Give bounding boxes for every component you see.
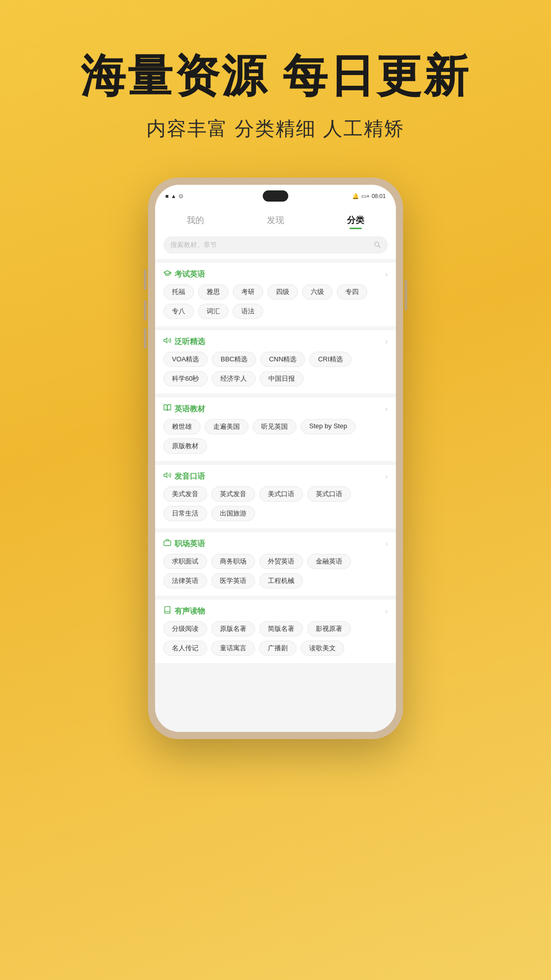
scroll-area[interactable]: 考试英语 › 托福雅思考研四级六级专四专八词汇语法 泛听精选 › VOA精选BB…	[155, 259, 396, 732]
tag[interactable]: 六级	[302, 284, 333, 300]
tag[interactable]: 听见英国	[253, 419, 296, 434]
tag[interactable]: 托福	[163, 284, 194, 300]
tag[interactable]: 原版教材	[163, 438, 207, 454]
tag[interactable]: 医学英语	[211, 573, 255, 589]
tag[interactable]: CRI精选	[309, 352, 351, 367]
tag[interactable]: VOA精选	[163, 352, 208, 367]
status-bar: ■ ▲ ⊙ 🔔 ▭+ 08:01	[155, 185, 396, 207]
time-display: 08:01	[371, 193, 386, 199]
tag[interactable]: 广播剧	[259, 641, 296, 656]
data-icon: ⊙	[179, 193, 183, 200]
tag[interactable]: 英式发音	[211, 486, 255, 502]
tag[interactable]: 童话寓言	[211, 641, 255, 656]
tag[interactable]: 中国日报	[260, 371, 304, 386]
tag[interactable]: 词汇	[198, 304, 229, 319]
section-arrow[interactable]: ›	[385, 270, 388, 278]
tag[interactable]: 走遍美国	[205, 419, 248, 434]
section-icon	[163, 404, 171, 414]
section-icon	[163, 538, 171, 549]
mute-icon: 🔔	[352, 193, 359, 200]
section-title: 发音口语	[174, 472, 205, 481]
section-arrow[interactable]: ›	[385, 405, 388, 413]
category-section-general-listening: 泛听精选 › VOA精选BBC精选CNN精选CRI精选科学60秒经济学人中国日报	[155, 330, 396, 394]
tag[interactable]: 读歌美文	[300, 641, 344, 656]
tag[interactable]: Step by Step	[300, 419, 356, 434]
tag[interactable]: 分级阅读	[163, 621, 207, 636]
tag[interactable]: 赖世雄	[163, 419, 201, 434]
statusbar-right: 🔔 ▭+ 08:01	[352, 193, 386, 200]
tag[interactable]: 简版名著	[259, 621, 303, 636]
phone-mockup: ■ ▲ ⊙ 🔔 ▭+ 08:01 我的 发现 分类 搜索教材、章节	[148, 178, 403, 739]
category-section-workplace-english: 职场英语 › 求职面试商务职场外贸英语金融英语法律英语医学英语工程机械	[155, 532, 396, 596]
tag[interactable]: 工程机械	[259, 573, 303, 589]
nav-tab-mine[interactable]: 我的	[181, 212, 210, 228]
nav-tab-discover[interactable]: 发现	[261, 212, 290, 228]
side-button-left-2	[144, 300, 146, 321]
tag[interactable]: 考研	[233, 284, 263, 300]
tag[interactable]: 求职面试	[163, 554, 207, 569]
section-title-row: 有声读物	[163, 606, 205, 616]
category-section-audiobook: 有声读物 › 分级阅读原版名著简版名著影视原著名人传记童话寓言广播剧读歌美文	[155, 600, 396, 663]
section-title: 英语教材	[174, 404, 205, 414]
svg-marker-3	[164, 473, 167, 477]
svg-rect-4	[164, 541, 170, 546]
tag[interactable]: 专八	[163, 304, 194, 319]
section-icon	[163, 471, 171, 481]
section-header: 考试英语 ›	[163, 269, 388, 279]
tag[interactable]: 英式口语	[307, 486, 351, 502]
hero-subtitle: 内容丰富 分类精细 人工精矫	[146, 116, 404, 142]
tags-grid: VOA精选BBC精选CNN精选CRI精选科学60秒经济学人中国日报	[163, 352, 388, 386]
tag[interactable]: 四级	[267, 284, 298, 300]
tag[interactable]: 商务职场	[211, 554, 255, 569]
tags-grid: 美式发音英式发音美式口语英式口语日常生活出国旅游	[163, 486, 388, 521]
section-title: 有声读物	[174, 606, 205, 616]
section-icon	[163, 336, 171, 347]
section-arrow[interactable]: ›	[385, 472, 388, 480]
tag[interactable]: 语法	[233, 304, 263, 319]
search-icon	[373, 241, 381, 250]
tag[interactable]: 美式口语	[259, 486, 303, 502]
search-input-wrap[interactable]: 搜索教材、章节	[163, 236, 388, 254]
tag[interactable]: 外贸英语	[259, 554, 303, 569]
tag[interactable]: 日常生活	[163, 506, 207, 521]
tag[interactable]: 雅思	[198, 284, 229, 300]
section-title-row: 发音口语	[163, 471, 205, 481]
tag[interactable]: 出国旅游	[211, 506, 255, 521]
tag[interactable]: 名人传记	[163, 641, 207, 656]
svg-line-1	[379, 246, 380, 247]
tag[interactable]: BBC精选	[212, 352, 256, 367]
tag[interactable]: 专四	[337, 284, 367, 300]
category-section-pronunciation: 发音口语 › 美式发音英式发音美式口语英式口语日常生活出国旅游	[155, 465, 396, 528]
section-title-row: 英语教材	[163, 404, 205, 414]
section-header: 职场英语 ›	[163, 538, 388, 549]
svg-marker-2	[164, 338, 167, 342]
section-title-row: 职场英语	[163, 538, 205, 549]
section-arrow[interactable]: ›	[385, 540, 388, 548]
tag[interactable]: 原版名著	[211, 621, 255, 636]
section-title: 考试英语	[174, 270, 205, 279]
section-title-row: 考试英语	[163, 269, 205, 279]
tag[interactable]: 经济学人	[212, 371, 256, 386]
tag[interactable]: 科学60秒	[163, 371, 208, 386]
tag[interactable]: 法律英语	[163, 573, 207, 589]
section-header: 英语教材 ›	[163, 404, 388, 414]
tags-grid: 赖世雄走遍美国听见英国Step by Step原版教材	[163, 419, 388, 454]
phone-screen: ■ ▲ ⊙ 🔔 ▭+ 08:01 我的 发现 分类 搜索教材、章节	[155, 185, 396, 732]
section-header: 泛听精选 ›	[163, 336, 388, 347]
tags-grid: 求职面试商务职场外贸英语金融英语法律英语医学英语工程机械	[163, 554, 388, 589]
section-title: 泛听精选	[174, 337, 205, 347]
tag[interactable]: 金融英语	[307, 554, 351, 569]
wifi-icon: ▲	[171, 193, 177, 199]
statusbar-left: ■ ▲ ⊙	[165, 193, 183, 200]
nav-tab-category[interactable]: 分类	[341, 212, 370, 228]
section-title: 职场英语	[174, 539, 205, 549]
section-arrow[interactable]: ›	[385, 337, 388, 346]
side-button-left-3	[144, 328, 146, 349]
tag[interactable]: 影视原著	[307, 621, 351, 636]
tag[interactable]: CNN精选	[260, 352, 305, 367]
section-icon	[163, 606, 171, 616]
signal-icon: ■	[165, 193, 169, 199]
section-arrow[interactable]: ›	[385, 607, 388, 615]
tag[interactable]: 美式发音	[163, 486, 207, 502]
camera-notch	[263, 190, 288, 202]
